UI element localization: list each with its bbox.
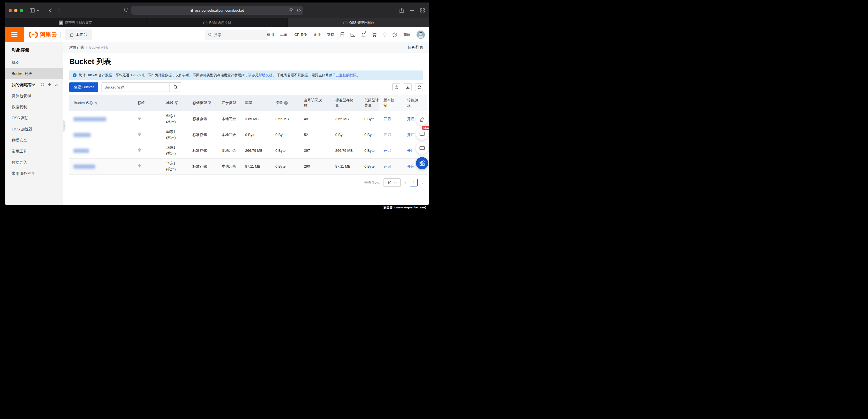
tab-console-home[interactable]: A 阿里云控制台首页 (5, 18, 147, 27)
bucket-name-link[interactable] (73, 164, 95, 169)
next-page-button[interactable]: › (422, 180, 423, 185)
home-icon (70, 33, 74, 37)
app-download-icon[interactable]: APP (340, 32, 344, 37)
feedback-edit-button[interactable] (416, 113, 428, 125)
traffic-help-icon[interactable]: ? (284, 101, 288, 105)
tag-icon[interactable] (137, 148, 142, 154)
lightbulb-icon[interactable] (383, 32, 386, 37)
version-control-link[interactable]: 开启 (383, 164, 391, 169)
current-page-button[interactable]: 1 (410, 179, 417, 186)
table-row: 华东1(杭州) 标准存储 本地冗余 3.65 MB 3.65 MB 48 3.6… (69, 111, 427, 127)
bucket-search-button[interactable] (169, 83, 181, 92)
tab-oss-console[interactable]: OSS 管理控制台 (288, 18, 429, 27)
tag-icon[interactable] (137, 164, 142, 170)
sidebar-item-my-paths[interactable]: 我的访问路径 (5, 79, 63, 90)
global-search-input[interactable] (214, 33, 261, 37)
zoom-window-button[interactable] (20, 9, 23, 12)
back-button[interactable] (49, 8, 52, 13)
workbench-button[interactable]: 工作台 (65, 29, 92, 40)
forward-button[interactable] (58, 8, 60, 13)
sidebar-item-replication[interactable]: 数据复制 (5, 101, 63, 113)
new-tab-icon[interactable] (410, 8, 414, 12)
nav-billing[interactable]: 费用 (267, 32, 274, 37)
filter-icon[interactable] (208, 101, 211, 104)
help-doc-link[interactable]: 帮助文档 (258, 73, 272, 77)
version-control-link[interactable]: 开启 (383, 132, 391, 138)
col-capacity: 容量 (241, 95, 271, 111)
header-nav: 费用 工单 ICP 备案 企业 支持 APP (267, 27, 425, 42)
per-page-select[interactable]: 10 (383, 178, 401, 187)
sidebar-item-data-import[interactable]: 数据导入 (5, 157, 63, 168)
sidebar-item-bucket-list[interactable]: Bucket 列表 (5, 68, 63, 79)
sidebar-toggle-icon[interactable] (30, 8, 35, 12)
aliyun-brand[interactable]: 阿里云 (29, 31, 57, 38)
hamburger-menu-button[interactable] (5, 27, 24, 42)
toolbar-divider (42, 8, 42, 13)
bucket-name-link[interactable] (73, 133, 91, 137)
tag-icon[interactable] (137, 132, 142, 138)
cloudshell-icon[interactable] (350, 33, 355, 37)
version-control-link[interactable]: 开启 (383, 116, 391, 122)
nav-enterprise[interactable]: 企业 (314, 32, 321, 37)
transfer-accel-link[interactable]: 开启 (407, 116, 414, 122)
column-settings-button[interactable] (393, 83, 400, 91)
tag-icon[interactable] (137, 116, 142, 122)
share-icon[interactable] (399, 8, 404, 13)
avatar[interactable] (416, 31, 425, 39)
chat-support-button[interactable] (416, 142, 428, 155)
prev-page-button[interactable]: ‹ (405, 180, 406, 185)
nav-tickets[interactable]: 工单 (280, 32, 287, 37)
sidebar-item-recommend[interactable]: 常用服务推荐 (5, 168, 63, 179)
minimize-window-button[interactable] (14, 9, 18, 12)
bucket-name-link[interactable] (73, 117, 106, 121)
cart-icon[interactable] (372, 32, 377, 37)
sidebar-item-data-security[interactable]: 数据安全 (5, 135, 63, 146)
table-row: 华东1(杭州) 标准存储 本地冗余 266.79 MB 0 Byte 397 2… (69, 143, 427, 159)
svg-text:文: 文 (292, 10, 294, 12)
bucket-search-input[interactable] (102, 83, 169, 92)
tab-ram[interactable]: RAM 访问控制 (147, 18, 288, 27)
gear-icon[interactable] (40, 83, 44, 87)
refresh-button[interactable] (415, 83, 423, 91)
bucket-name-link[interactable] (73, 149, 89, 153)
help-icon[interactable] (393, 32, 397, 37)
language-toggle[interactable]: 简体 (403, 32, 410, 37)
sidebar-item-oss-accelerator[interactable]: OSS 加速器 (5, 124, 63, 135)
reload-icon[interactable] (297, 8, 301, 12)
sidebar-item-common-tools[interactable]: 常用工具 (5, 146, 63, 157)
task-list-link[interactable]: 任务列表 (408, 45, 423, 50)
col-bucket-name[interactable]: Bucket 名称 (69, 95, 133, 111)
transfer-accel-link[interactable]: 开启 (407, 132, 414, 138)
breadcrumb-root[interactable]: 对象存储 (69, 45, 84, 50)
transfer-accel-link[interactable]: 开启 (407, 148, 414, 153)
table-row: 华东1(杭州) 标准存储 本地冗余 87.11 MB 0 Byte 290 87… (69, 159, 427, 175)
translate-icon[interactable]: A文 (289, 8, 294, 12)
address-bar[interactable]: oss.console.aliyun.com/bucket A文 (131, 6, 303, 15)
privacy-shield-icon[interactable] (124, 7, 128, 13)
tab-overview-icon[interactable] (420, 8, 425, 12)
chevron-up-icon[interactable] (55, 83, 58, 87)
docs-button[interactable]: NEW (416, 128, 428, 140)
plus-icon[interactable] (48, 83, 51, 87)
apps-widget-button[interactable] (416, 157, 428, 169)
sidebar-item-resource-pkg[interactable]: 资源包管理 (5, 90, 63, 101)
page-title: Bucket 列表 (63, 53, 429, 70)
global-search[interactable] (205, 30, 268, 40)
version-control-link[interactable]: 开启 (383, 148, 391, 153)
grant-permission-link[interactable]: 赋予云监控的权限 (329, 73, 356, 77)
close-window-button[interactable] (9, 9, 12, 12)
sidebar-chevron-icon[interactable] (37, 10, 39, 11)
filter-icon[interactable] (175, 101, 178, 104)
col-region[interactable]: 地域 (162, 95, 188, 111)
nav-icp[interactable]: ICP 备案 (293, 32, 308, 37)
sidebar-item-oss-antiddos[interactable]: OSS 高防 (5, 113, 63, 124)
breadcrumb-separator: / (86, 46, 87, 50)
export-button[interactable] (404, 83, 411, 91)
sort-icon[interactable] (94, 101, 97, 105)
notifications-bell-icon[interactable] (361, 32, 366, 37)
create-bucket-button[interactable]: 创建 Bucket (69, 82, 98, 92)
col-storage-type[interactable]: 存储类型 (188, 95, 217, 111)
nav-support[interactable]: 支持 (327, 32, 334, 37)
sidebar-item-overview[interactable]: 概览 (5, 57, 63, 68)
transfer-accel-link[interactable]: 开启 (407, 164, 414, 169)
